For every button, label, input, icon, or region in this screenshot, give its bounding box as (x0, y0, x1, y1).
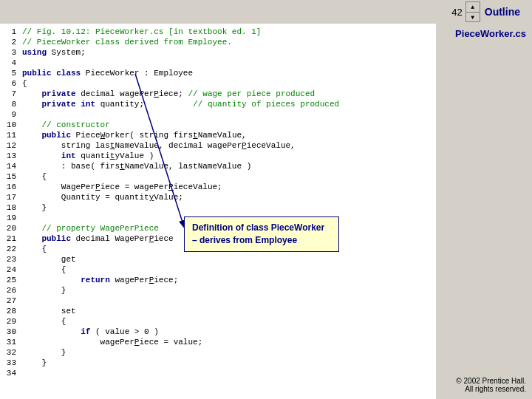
line-content: get (22, 254, 76, 265)
line-number: 3 (0, 47, 22, 58)
line-content: { (22, 265, 66, 275)
code-line: 5public class PieceWorker : Employee (0, 68, 436, 78)
line-content: { (22, 244, 47, 254)
code-line: 33 } (0, 358, 436, 368)
code-line: 11 public PieceWorker( string firstNameV… (0, 130, 436, 140)
line-number: 27 (0, 296, 22, 306)
line-number: 19 (0, 213, 22, 223)
code-line: 10 // constructor (0, 120, 436, 130)
line-content: set (22, 306, 76, 316)
code-line: 31 wagePerPiece = value; (0, 337, 436, 347)
line-content: private decimal wagePerPiece; // wage pe… (22, 89, 315, 99)
line-number: 23 (0, 254, 22, 265)
code-line: 26 } (0, 285, 436, 296)
code-line: 7 private decimal wagePerPiece; // wage … (0, 89, 436, 99)
line-content: } (22, 202, 47, 213)
code-panel: 1// Fig. 10.12: PieceWorker.cs [in textb… (0, 24, 436, 399)
line-content: public class PieceWorker : Employee (22, 68, 193, 78)
content-area: 1// Fig. 10.12: PieceWorker.cs [in textb… (0, 24, 532, 399)
code-line: 9 (0, 109, 436, 120)
line-number: 14 (0, 161, 22, 171)
line-number: 13 (0, 151, 22, 161)
code-line: 6{ (0, 78, 436, 89)
line-number: 31 (0, 337, 22, 347)
line-content: string lastNameValue, decimal wagePerPie… (22, 140, 296, 151)
definition-tooltip: Definition of class PieceWorker– derives… (184, 216, 339, 252)
line-number: 24 (0, 265, 22, 275)
line-content: } (22, 285, 66, 296)
code-line: 2// PieceWorker class derived from Emplo… (0, 37, 436, 47)
line-number: 17 (0, 192, 22, 202)
line-number: 26 (0, 285, 22, 296)
line-number: 32 (0, 347, 22, 358)
code-line: 17 Quantity = quantityValue; (0, 192, 436, 202)
line-number: 18 (0, 202, 22, 213)
line-content: : base( firstNameValue, lastNameValue ) (22, 161, 251, 171)
line-number: 2 (0, 37, 22, 47)
line-number: 9 (0, 109, 22, 120)
line-content: { (22, 78, 27, 89)
line-content: using System; (22, 47, 86, 58)
line-content: // property WagePerPiece (22, 223, 159, 233)
line-content: // Fig. 10.12: PieceWorker.cs [in textbo… (22, 27, 261, 37)
code-line: 4 (0, 58, 436, 68)
code-line: 30 if ( value > 0 ) (0, 327, 436, 337)
code-line: 24 { (0, 265, 436, 275)
nav-buttons[interactable]: ▲ ▼ (466, 1, 480, 22)
code-line: 15 { (0, 171, 436, 182)
line-content: { (22, 171, 47, 182)
line-number: 28 (0, 306, 22, 316)
line-number: 10 (0, 120, 22, 130)
nav-down-button[interactable]: ▼ (466, 12, 480, 22)
line-number: 11 (0, 130, 22, 140)
line-content: int quantityValue ) (22, 151, 154, 161)
line-content: private int quantity; // quantity of pie… (22, 99, 339, 109)
code-line: 13 int quantityValue ) (0, 151, 436, 161)
line-content: // constructor (22, 120, 110, 130)
line-content: return wagePerPiece; (22, 275, 178, 285)
line-content: if ( value > 0 ) (22, 327, 159, 337)
code-line: 23 get (0, 254, 436, 265)
code-line: 3using System; (0, 47, 436, 58)
line-content: public PieceWorker( string firstNameValu… (22, 130, 247, 140)
line-number: 12 (0, 140, 22, 151)
code-line: 34 (0, 368, 436, 378)
code-line: 28 set (0, 306, 436, 316)
line-number: 4 (0, 58, 22, 68)
code-line: 27 (0, 296, 436, 306)
line-number: 29 (0, 316, 22, 327)
code-line: 12 string lastNameValue, decimal wagePer… (0, 140, 436, 151)
top-bar: 42 ▲ ▼ Outline (0, 0, 532, 24)
outline-label[interactable]: Outline (485, 6, 520, 18)
line-number: 20 (0, 223, 22, 233)
file-label: PieceWorker.cs (455, 28, 526, 39)
line-content: Quantity = quantityValue; (22, 192, 183, 202)
code-line: 14 : base( firstNameValue, lastNameValue… (0, 161, 436, 171)
code-line: 18 } (0, 202, 436, 213)
line-content: WagePerPiece = wagePerPieceValue; (22, 182, 222, 192)
code-line: 1// Fig. 10.12: PieceWorker.cs [in textb… (0, 27, 436, 37)
copyright-text: © 2002 Prentice Hall.All rights reserved… (456, 377, 526, 396)
line-content: { (22, 316, 66, 327)
code-line: 16 WagePerPiece = wagePerPieceValue; (0, 182, 436, 192)
line-number: 1 (0, 27, 22, 37)
line-content: // PieceWorker class derived from Employ… (22, 37, 232, 47)
main-container: 42 ▲ ▼ Outline 1// Fig. 10.12: PieceWork… (0, 0, 532, 399)
line-number: 30 (0, 327, 22, 337)
code-line: 32 } (0, 347, 436, 358)
line-number: 34 (0, 368, 22, 378)
line-content: public decimal WagePerPiece (22, 233, 174, 244)
line-number: 6 (0, 78, 22, 89)
line-number: 22 (0, 244, 22, 254)
code-line: 29 { (0, 316, 436, 327)
line-number: 21 (0, 233, 22, 244)
nav-up-button[interactable]: ▲ (466, 1, 480, 12)
line-number: 7 (0, 89, 22, 99)
line-number: 15 (0, 171, 22, 182)
line-content: } (22, 347, 66, 358)
line-content: } (22, 358, 47, 368)
page-number: 42 (451, 7, 462, 18)
line-number: 25 (0, 275, 22, 285)
line-content: wagePerPiece = value; (22, 337, 202, 347)
line-number: 33 (0, 358, 22, 368)
